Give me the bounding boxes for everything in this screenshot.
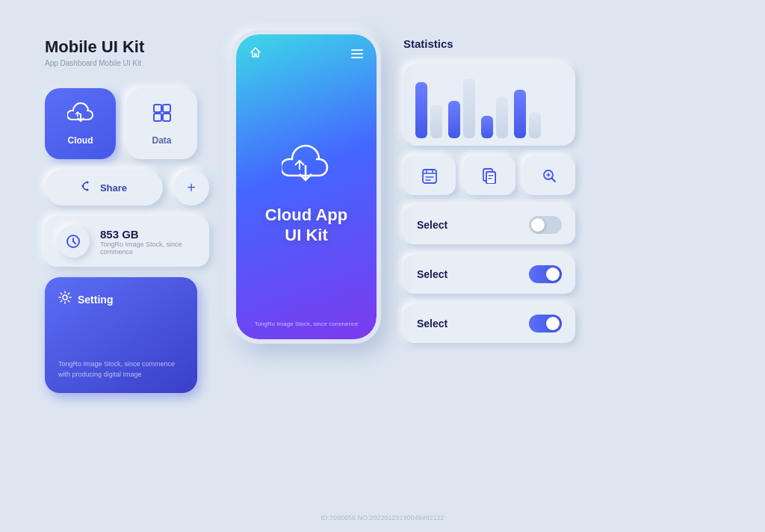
setting-icon: [58, 291, 72, 308]
phone-screen: Cloud AppUI Kit TongRo Image Stock, sinc…: [236, 34, 377, 339]
phone-home-icon: [250, 46, 261, 61]
bar-group-3: [481, 97, 508, 138]
page-title: Mobile UI Kit: [45, 37, 209, 57]
phone-frame: Cloud AppUI Kit TongRo Image Stock, sinc…: [232, 30, 381, 344]
toggle-switch-2[interactable]: [529, 265, 562, 283]
phone-menu-icon: [351, 49, 363, 58]
toggle-row-3[interactable]: Select: [403, 304, 575, 343]
phone-cloud-icon: [282, 143, 330, 193]
setting-card[interactable]: Setting TongRo Image Stock, since commen…: [45, 277, 197, 393]
storage-desc: TongRo Image Stock, since commence: [100, 241, 197, 256]
page-subtitle: App Dashboard Mobile UI Kit: [45, 59, 209, 67]
toggle-knob-2: [546, 267, 560, 281]
share-label: Share: [100, 182, 127, 194]
toggle-knob-3: [546, 317, 560, 330]
bar-gray-1: [430, 105, 442, 138]
right-panel: Statistics: [403, 37, 575, 343]
icon-action-row: [403, 156, 575, 195]
svg-rect-4: [154, 114, 161, 121]
phone-footer-text: TongRo Image Stock, since commence: [255, 321, 359, 339]
setting-title: Setting: [78, 294, 113, 306]
action-row: Share +: [45, 170, 209, 205]
action-icon-btn-3[interactable]: [523, 156, 575, 195]
bar-gray-3: [496, 97, 508, 138]
toggle-label-1: Select: [417, 219, 447, 231]
storage-row: 853 GB TongRo Image Stock, since commenc…: [45, 216, 209, 267]
bar-chart: [403, 64, 575, 146]
svg-line-25: [552, 179, 556, 182]
toggle-label-2: Select: [417, 268, 447, 280]
data-card-label: Data: [152, 135, 171, 146]
storage-icon: [57, 225, 90, 258]
share-icon: [81, 181, 94, 194]
svg-point-7: [86, 182, 88, 184]
svg-point-10: [63, 295, 67, 300]
bar-blue-3: [481, 116, 493, 138]
phone-container: Cloud AppUI Kit TongRo Image Stock, sinc…: [232, 30, 381, 344]
phone-app-title: Cloud AppUI Kit: [265, 205, 347, 246]
toggle-switch-3[interactable]: [529, 315, 562, 332]
svg-rect-3: [163, 105, 170, 112]
plus-icon: +: [187, 179, 196, 197]
setting-header: Setting: [58, 291, 184, 308]
svg-point-6: [81, 185, 84, 188]
action-icon-btn-1[interactable]: [403, 156, 456, 195]
bar-blue-2: [448, 101, 460, 138]
setting-desc: TongRo Image Stock, since commence with …: [58, 359, 184, 380]
bar-blue-4: [514, 90, 526, 138]
bar-group-2: [448, 78, 475, 138]
cloud-card-label: Cloud: [68, 135, 93, 146]
stats-title: Statistics: [403, 37, 575, 50]
page-title-area: Mobile UI Kit App Dashboard Mobile UI Ki…: [45, 37, 209, 67]
svg-point-8: [86, 189, 88, 191]
svg-rect-2: [154, 105, 161, 112]
bar-blue-1: [415, 82, 427, 138]
left-panel: Mobile UI Kit App Dashboard Mobile UI Ki…: [45, 37, 209, 393]
data-icon: [151, 102, 173, 129]
plus-button[interactable]: +: [173, 170, 209, 205]
bar-gray-2: [463, 78, 475, 138]
page-wrapper: Mobile UI Kit App Dashboard Mobile UI Ki…: [0, 0, 765, 532]
bar-group-4: [514, 90, 541, 138]
bar-gray-4: [529, 112, 541, 138]
svg-rect-5: [163, 114, 170, 121]
toggle-switch-1[interactable]: [529, 216, 562, 234]
cloud-card[interactable]: Cloud: [45, 88, 116, 159]
watermark: ID:7090656 NO:20220123190049492122: [320, 514, 444, 522]
share-button[interactable]: Share: [45, 170, 163, 205]
toggle-label-3: Select: [417, 318, 447, 330]
icon-cards-row: Cloud Data: [45, 88, 209, 159]
phone-content: Cloud AppUI Kit: [265, 67, 347, 321]
svg-rect-13: [423, 170, 436, 183]
svg-rect-20: [486, 172, 495, 184]
action-icon-btn-2[interactable]: [463, 156, 515, 195]
toggle-row-1[interactable]: Select: [403, 205, 575, 244]
toggle-row-2[interactable]: Select: [403, 255, 575, 294]
storage-size: 853 GB: [100, 228, 197, 241]
phone-topbar: [236, 34, 377, 67]
cloud-icon: [67, 102, 94, 129]
bar-group-1: [415, 82, 442, 138]
toggle-knob-1: [531, 218, 545, 232]
storage-info: 853 GB TongRo Image Stock, since commenc…: [100, 228, 197, 256]
data-card[interactable]: Data: [126, 88, 197, 159]
